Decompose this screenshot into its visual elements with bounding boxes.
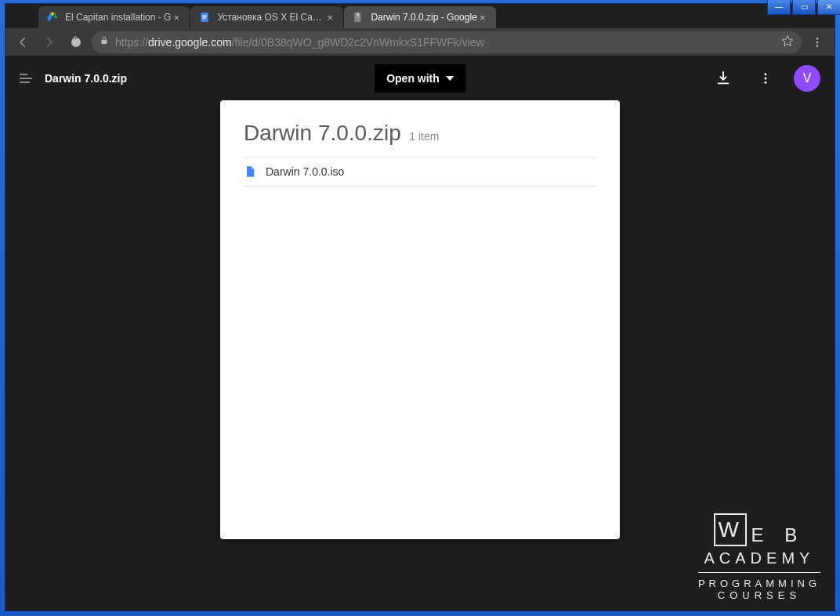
watermark-courses: COURSES — [698, 589, 820, 601]
svg-point-11 — [816, 38, 819, 40]
svg-point-14 — [765, 73, 767, 75]
browser-window: El Capitan installation - G × Установка … — [5, 3, 835, 611]
more-actions-button[interactable] — [751, 64, 780, 92]
svg-point-13 — [816, 45, 819, 47]
watermark: W E B ACADEMY PROGRAMMING COURSES — [698, 513, 820, 601]
url-text: https://drive.google.com/file/d/0B38qWO_… — [115, 36, 484, 49]
zip-favicon-icon — [352, 11, 364, 24]
watermark-eb: E B — [751, 524, 806, 546]
drive-favicon-icon — [46, 11, 59, 24]
bookmark-star-icon[interactable] — [781, 34, 794, 49]
tab-close-icon[interactable]: × — [171, 12, 182, 24]
close-button[interactable]: ✕ — [817, 0, 840, 15]
archive-preview-card: Darwin 7.0.0.zip 1 item Darwin 7.0.0.iso — [220, 100, 620, 539]
header-filename: Darwin 7.0.0.zip — [45, 72, 127, 85]
outline-icon[interactable] — [20, 74, 32, 83]
svg-point-15 — [765, 78, 767, 80]
svg-rect-5 — [203, 15, 207, 16]
archive-item-name: Darwin 7.0.0.iso — [266, 165, 344, 178]
archive-title: Darwin 7.0.0.zip — [244, 121, 401, 145]
browser-tab[interactable]: El Capitan installation - G × — [38, 6, 190, 28]
browser-tab[interactable]: Установка OS X El Capit. × — [190, 6, 343, 28]
tab-title: El Capitan installation - G — [65, 12, 171, 23]
tab-strip: El Capitan installation - G × Установка … — [5, 4, 835, 28]
tab-title: Установка OS X El Capit. — [217, 12, 324, 23]
tab-close-icon[interactable]: × — [324, 12, 335, 24]
svg-rect-7 — [203, 18, 205, 19]
file-icon — [244, 164, 256, 179]
window-controls: — ▭ ✕ — [767, 0, 840, 15]
back-button[interactable] — [12, 31, 34, 53]
drive-viewer: Darwin 7.0.0.zip Open with V — [5, 56, 835, 611]
svg-point-16 — [765, 82, 767, 84]
caret-down-icon — [446, 76, 454, 81]
svg-rect-10 — [102, 40, 107, 44]
reload-button[interactable] — [65, 31, 87, 53]
svg-rect-6 — [203, 16, 207, 17]
svg-point-12 — [816, 41, 819, 43]
archive-item-row[interactable]: Darwin 7.0.0.iso — [244, 157, 596, 187]
minimize-button[interactable]: — — [767, 0, 791, 15]
navigation-bar: https://drive.google.com/file/d/0B38qWO_… — [5, 28, 835, 56]
watermark-w: W — [714, 513, 747, 546]
docs-favicon-icon — [198, 11, 211, 24]
tab-close-icon[interactable]: × — [477, 12, 488, 24]
viewer-header: Darwin 7.0.0.zip Open with V — [5, 56, 835, 100]
watermark-programming: PROGRAMMING — [698, 578, 820, 589]
download-button[interactable] — [709, 64, 737, 92]
account-avatar[interactable]: V — [794, 65, 820, 92]
forward-button[interactable] — [38, 31, 60, 53]
archive-item-count: 1 item — [409, 130, 439, 143]
tab-title: Darwin 7.0.0.zip - Google — [371, 12, 476, 23]
browser-tab-active[interactable]: Darwin 7.0.0.zip - Google × — [344, 6, 495, 28]
chrome-menu-button[interactable] — [806, 31, 828, 53]
svg-marker-2 — [54, 13, 58, 18]
svg-rect-9 — [357, 13, 359, 16]
maximize-button[interactable]: ▭ — [792, 0, 816, 15]
address-bar[interactable]: https://drive.google.com/file/d/0B38qWO_… — [92, 31, 802, 53]
watermark-academy: ACADEMY — [698, 549, 820, 567]
open-with-button[interactable]: Open with — [375, 64, 465, 92]
lock-icon — [100, 35, 109, 49]
